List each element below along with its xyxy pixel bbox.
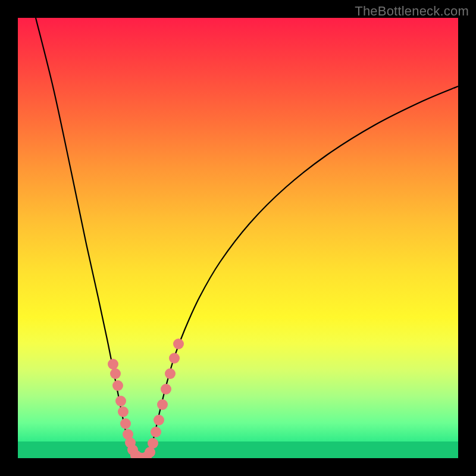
scatter-point (173, 339, 184, 349)
scatter-point (118, 406, 129, 417)
scatter-point (115, 396, 126, 406)
plot-area (18, 18, 458, 458)
watermark-text: TheBottleneck.com (355, 4, 469, 19)
scatter-point (165, 368, 176, 379)
scatter-point (161, 384, 171, 394)
scatter-point (151, 427, 161, 437)
scatter-point (169, 353, 180, 364)
scatter-point (157, 399, 168, 410)
scatter-point (110, 368, 121, 379)
scatter-overlay (18, 18, 458, 458)
scatter-point (148, 438, 158, 449)
scatter-point (154, 415, 164, 425)
scatter-point (120, 418, 131, 429)
scatter-point (108, 359, 118, 369)
scatter-point (112, 380, 123, 391)
